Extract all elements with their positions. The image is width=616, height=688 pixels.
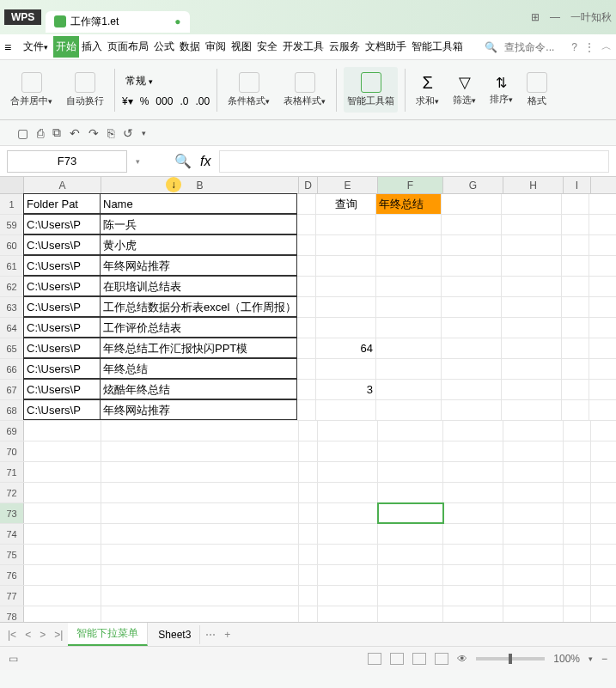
view-normal-icon[interactable] bbox=[368, 653, 381, 665]
cell[interactable] bbox=[297, 359, 316, 379]
thousands-icon[interactable]: 000 bbox=[156, 95, 173, 107]
cell[interactable] bbox=[562, 359, 589, 379]
cell[interactable] bbox=[376, 277, 442, 296]
cell[interactable] bbox=[442, 318, 502, 338]
cell[interactable]: 年终网站推荐 bbox=[100, 255, 297, 276]
cell[interactable] bbox=[316, 400, 376, 420]
cell[interactable] bbox=[297, 318, 316, 338]
select-all-corner[interactable] bbox=[0, 177, 24, 193]
cell[interactable] bbox=[503, 421, 564, 441]
cell[interactable] bbox=[442, 256, 502, 276]
zoom-view-icon[interactable]: 🔍 bbox=[174, 153, 192, 169]
cell[interactable] bbox=[502, 215, 562, 234]
col-header-a[interactable]: A bbox=[24, 177, 101, 193]
filter-button[interactable]: ▽ 筛选▾ bbox=[449, 73, 479, 107]
cell[interactable] bbox=[442, 338, 502, 358]
undo-icon[interactable]: ↶ bbox=[70, 126, 80, 140]
cell[interactable] bbox=[564, 545, 591, 564]
cell[interactable]: 陈一兵 bbox=[100, 214, 297, 234]
cell[interactable] bbox=[101, 421, 299, 441]
cell[interactable] bbox=[562, 318, 589, 338]
cell[interactable] bbox=[297, 297, 316, 317]
cell[interactable] bbox=[316, 318, 376, 338]
cell[interactable] bbox=[376, 297, 442, 317]
zoom-out-icon[interactable]: − bbox=[601, 653, 607, 665]
cell[interactable] bbox=[443, 606, 503, 622]
cell[interactable]: 在职培训总结表 bbox=[100, 276, 297, 296]
cell[interactable] bbox=[299, 606, 318, 622]
auto-wrap-group[interactable]: 自动换行 bbox=[63, 72, 107, 107]
cell[interactable] bbox=[101, 441, 299, 461]
cell[interactable] bbox=[443, 503, 503, 523]
cell[interactable] bbox=[502, 338, 562, 358]
cell[interactable] bbox=[562, 194, 589, 214]
cell[interactable] bbox=[564, 441, 591, 461]
row-header[interactable]: 64 bbox=[0, 318, 24, 338]
row-header[interactable]: 70 bbox=[0, 441, 24, 461]
document-tab[interactable]: 工作簿1.et ● bbox=[46, 11, 189, 33]
fx-icon[interactable]: fx bbox=[200, 154, 210, 169]
cell[interactable] bbox=[318, 545, 378, 564]
save-icon[interactable]: ▢ bbox=[17, 126, 28, 140]
cell[interactable] bbox=[318, 606, 378, 622]
sort-button[interactable]: ⇅ 排序▾ bbox=[486, 75, 516, 106]
cell[interactable] bbox=[316, 297, 376, 317]
row-header[interactable]: 67 bbox=[0, 380, 24, 399]
cell[interactable] bbox=[101, 503, 299, 523]
eye-icon[interactable]: 👁 bbox=[457, 653, 467, 665]
tab-start[interactable]: 开始 bbox=[53, 36, 79, 58]
cell[interactable] bbox=[503, 565, 564, 585]
row-header[interactable]: 61 bbox=[0, 256, 24, 276]
cell[interactable] bbox=[442, 359, 502, 379]
add-sheet-icon[interactable]: + bbox=[221, 629, 234, 641]
cell[interactable] bbox=[443, 545, 503, 564]
table-style-button[interactable]: 表格样式▾ bbox=[280, 72, 329, 107]
cell[interactable]: 64 bbox=[316, 338, 376, 358]
number-format-dropdown[interactable]: 常规 ▾ bbox=[122, 72, 156, 90]
cell[interactable] bbox=[24, 483, 101, 502]
cell[interactable] bbox=[316, 277, 376, 296]
percent-button[interactable]: % bbox=[140, 95, 149, 107]
cell[interactable]: C:\Users\P bbox=[23, 379, 101, 399]
row-header[interactable]: 69 bbox=[0, 421, 24, 441]
cell[interactable]: 年终总结 bbox=[376, 194, 442, 214]
cell[interactable] bbox=[378, 462, 443, 482]
cell[interactable] bbox=[442, 235, 502, 255]
col-header-h[interactable]: H bbox=[503, 177, 564, 193]
col-header-i[interactable]: I bbox=[564, 177, 591, 193]
qat-dropdown-icon[interactable]: ▾ bbox=[142, 129, 146, 137]
cell[interactable]: 黄小虎 bbox=[100, 234, 297, 255]
cell[interactable] bbox=[318, 586, 378, 606]
sheet-more-icon[interactable]: ⋯ bbox=[202, 629, 219, 641]
cell[interactable] bbox=[503, 586, 564, 606]
cell[interactable]: 工作总结数据分析表excel（工作周报） bbox=[100, 296, 297, 317]
help-icon[interactable]: ? bbox=[571, 41, 577, 53]
tab-dev-tools[interactable]: 开发工具 bbox=[280, 36, 326, 58]
cell[interactable] bbox=[562, 235, 589, 255]
cell[interactable] bbox=[24, 524, 101, 544]
collapse-ribbon-icon[interactable]: ︿ bbox=[601, 40, 612, 54]
tab-doc-helper[interactable]: 文档助手 bbox=[363, 36, 409, 58]
layout-icon[interactable]: ⊞ bbox=[531, 11, 540, 23]
cell[interactable] bbox=[502, 359, 562, 379]
cell[interactable] bbox=[443, 421, 503, 441]
cell[interactable] bbox=[502, 297, 562, 317]
cell[interactable] bbox=[442, 297, 502, 317]
cell[interactable]: 年终总结工作汇报快闪PPT模 bbox=[100, 338, 297, 358]
cell[interactable] bbox=[297, 338, 316, 358]
cell[interactable] bbox=[378, 503, 443, 523]
cell[interactable] bbox=[443, 483, 503, 502]
cell[interactable] bbox=[297, 277, 316, 296]
sum-button[interactable]: Σ 求和▾ bbox=[412, 73, 442, 107]
cell[interactable]: Name bbox=[100, 193, 297, 214]
sheet-last-icon[interactable]: >| bbox=[51, 629, 66, 641]
cell[interactable] bbox=[564, 586, 591, 606]
cell[interactable] bbox=[502, 318, 562, 338]
row-header[interactable]: 78 bbox=[0, 606, 24, 622]
spreadsheet-grid[interactable]: ↓ A B D E F G H I 1Folder PatName查询年终总结5… bbox=[0, 177, 616, 622]
cell[interactable] bbox=[378, 565, 443, 585]
currency-icon[interactable]: ¥▾ bbox=[122, 95, 133, 107]
cell[interactable] bbox=[299, 545, 318, 564]
row-header[interactable]: 60 bbox=[0, 235, 24, 255]
cell[interactable] bbox=[562, 277, 589, 296]
